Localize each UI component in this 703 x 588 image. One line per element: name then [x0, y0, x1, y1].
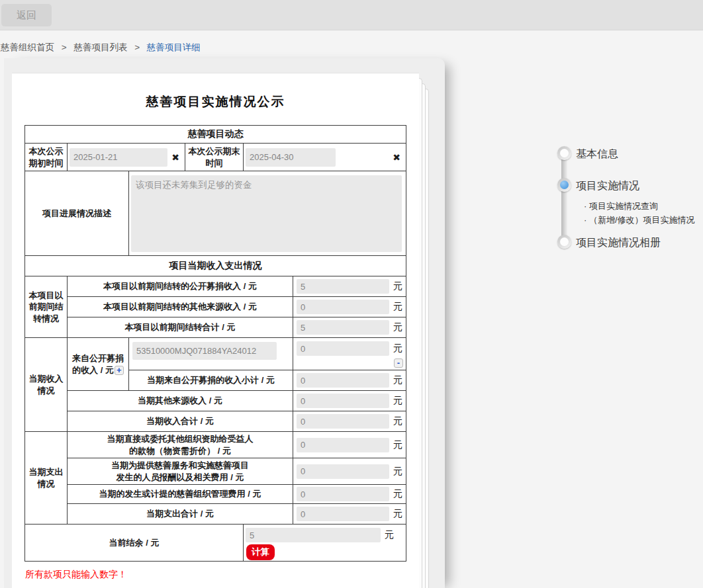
- expense-beneficiary-label-line1: 当期直接或委托其他组织资助给受益人: [70, 433, 291, 445]
- period-end-input[interactable]: 2025-04-30: [246, 148, 336, 167]
- paper-card: 慈善项目实施情况公示 慈善项目动态 本次公示期初时间 2025-01-21 ✖: [12, 73, 419, 588]
- unit-yuan: 元: [393, 488, 402, 500]
- period-end-cell: 2025-04-30 ✖: [243, 144, 406, 171]
- carryover-other-cell: 0 元: [293, 297, 406, 317]
- calculate-button[interactable]: 计算: [246, 544, 275, 560]
- other-income-cell: 0 元: [293, 391, 406, 411]
- page-title: 慈善项目实施情况公示: [12, 73, 419, 125]
- group-label-expense: 当期支出情况: [24, 432, 67, 525]
- step-implementation[interactable]: 项目实施情况: [576, 179, 639, 193]
- breadcrumb: 慈善组织首页 > 慈善项目列表 > 慈善项目详细: [1, 42, 201, 54]
- carryover-total-input[interactable]: 5: [297, 320, 389, 335]
- clear-start-date-icon[interactable]: ✖: [171, 152, 179, 163]
- progress-desc-label: 项目进展情况描述: [24, 171, 128, 256]
- expense-beneficiary-input[interactable]: 0: [297, 438, 389, 452]
- unit-yuan: 元: [393, 343, 402, 355]
- breadcrumb-org-home[interactable]: 慈善组织首页: [1, 42, 54, 52]
- balance-input[interactable]: 5: [246, 528, 381, 542]
- expense-personnel-label-line1: 当期为提供慈善服务和实施慈善项目: [70, 460, 291, 472]
- expense-personnel-label-line2: 发生的人员报酬以及相关费用 / 元: [70, 472, 291, 483]
- add-row-icon[interactable]: +: [115, 366, 124, 375]
- unit-yuan: 元: [385, 529, 394, 541]
- balance-cell: 5 元 计算: [243, 525, 406, 562]
- carryover-total-cell: 5 元: [293, 317, 406, 338]
- remove-row-icon[interactable]: -: [394, 358, 403, 368]
- group-label-carryover: 本项目以前期间结转情况: [24, 276, 67, 338]
- income-total-cell: 0 元: [293, 411, 406, 432]
- progress-desc-cell: 该项目还未筹集到足够的资金: [128, 171, 406, 256]
- expense-beneficiary-label-line2: 的款物（物资需折价） / 元: [70, 445, 291, 457]
- carryover-public-cell: 5 元: [293, 276, 406, 297]
- breadcrumb-project-detail[interactable]: 慈善项目详细: [147, 42, 201, 52]
- unit-yuan: 元: [393, 374, 402, 386]
- carryover-total-label: 本项目以前期间结转合计 / 元: [67, 317, 293, 338]
- expense-management-cell: 0 元: [293, 485, 406, 504]
- unit-yuan: 元: [393, 301, 402, 313]
- period-end-label: 本次公示期末时间: [185, 144, 243, 171]
- unit-yuan: 元: [393, 508, 402, 520]
- public-income-subtotal-cell: 0 元: [293, 370, 406, 391]
- step-track: [561, 151, 567, 244]
- section-title-project-dynamics: 慈善项目动态: [24, 126, 406, 144]
- clear-end-date-icon[interactable]: ✖: [393, 152, 400, 163]
- other-income-label: 当期其他来源收入 / 元: [67, 391, 293, 411]
- income-total-label: 当期收入合计 / 元: [67, 411, 293, 432]
- unit-yuan: 元: [393, 466, 402, 478]
- public-donation-amount-input[interactable]: 0: [297, 341, 389, 356]
- topbar: 返回: [0, 0, 703, 30]
- carryover-other-input[interactable]: 0: [297, 300, 389, 314]
- unit-yuan: 元: [393, 280, 402, 292]
- credential-code-cell: 53510000MJQ071884YA24012: [128, 338, 293, 370]
- breadcrumb-separator: >: [134, 42, 140, 52]
- carryover-public-label: 本项目以前期间结转的公开募捐收入 / 元: [67, 276, 293, 297]
- unit-yuan: 元: [393, 439, 402, 451]
- publicity-form-table: 慈善项目动态 本次公示期初时间 2025-01-21 ✖ 本次公示期末时间 20…: [24, 125, 406, 562]
- numeric-warning: 所有款项只能输入数字！: [25, 569, 419, 581]
- unit-yuan: 元: [393, 321, 402, 333]
- period-start-cell: 2025-01-21 ✖: [67, 144, 185, 171]
- section-title-income-expense: 项目当期收入支出情况: [24, 256, 406, 276]
- expense-personnel-label: 当期为提供慈善服务和实施慈善项目 发生的人员报酬以及相关费用 / 元: [67, 458, 293, 485]
- expense-total-cell: 0 元: [293, 504, 406, 525]
- step-basic-info[interactable]: 基本信息: [576, 147, 618, 161]
- expense-total-input[interactable]: 0: [297, 507, 389, 521]
- expense-beneficiary-label: 当期直接或委托其他组织资助给受益人 的款物（物资需折价） / 元: [67, 432, 293, 458]
- unit-yuan: 元: [393, 395, 402, 407]
- step-dot-basic-info[interactable]: [557, 146, 571, 160]
- expense-beneficiary-cell: 0 元: [293, 432, 406, 458]
- other-income-input[interactable]: 0: [297, 394, 389, 408]
- expense-personnel-cell: 0 元: [293, 458, 406, 485]
- unit-yuan: 元: [393, 415, 402, 427]
- expense-management-input[interactable]: 0: [297, 487, 389, 501]
- period-start-input[interactable]: 2025-01-21: [70, 148, 167, 167]
- breadcrumb-project-list[interactable]: 慈善项目列表: [73, 42, 127, 52]
- income-total-input[interactable]: 0: [297, 414, 389, 429]
- step-sidebar: 基本信息 项目实施情况 · 项目实施情况查询 · （新增/修改）项目实施情况 项…: [557, 146, 703, 265]
- public-income-subtotal-label: 当期来自公开募捐的收入小计 / 元: [128, 370, 293, 391]
- step-dot-implementation-active[interactable]: [557, 178, 571, 192]
- step-dot-album[interactable]: [557, 235, 571, 249]
- back-button[interactable]: 返回: [1, 4, 52, 26]
- expense-personnel-input[interactable]: 0: [297, 464, 389, 479]
- balance-label: 当前结余 / 元: [24, 525, 243, 562]
- breadcrumb-separator: >: [62, 42, 67, 52]
- group-label-income: 当期收入情况: [24, 338, 67, 432]
- substep-implementation-query[interactable]: · 项目实施情况查询: [584, 200, 658, 212]
- step-implementation-album[interactable]: 项目实施情况相册: [576, 236, 661, 250]
- carryover-public-input[interactable]: 5: [297, 279, 389, 294]
- carryover-other-label: 本项目以前期间结转的其他来源收入 / 元: [67, 297, 293, 317]
- public-income-subtotal-input[interactable]: 0: [297, 373, 389, 388]
- substep-implementation-edit[interactable]: · （新增/修改）项目实施情况: [584, 214, 695, 226]
- expense-management-label: 当期的发生或计提的慈善组织管理费用 / 元: [67, 485, 293, 504]
- expense-total-label: 当期支出合计 / 元: [67, 504, 293, 525]
- progress-desc-textarea[interactable]: 该项目还未筹集到足够的资金: [131, 175, 402, 252]
- credential-code-input[interactable]: 53510000MJQ071884YA24012: [132, 342, 277, 360]
- period-start-label: 本次公示期初时间: [24, 144, 67, 171]
- public-donation-amount-cell: 0 元 -: [293, 338, 406, 370]
- content-panel: 慈善项目实施情况公示 慈善项目动态 本次公示期初时间 2025-01-21 ✖: [4, 58, 445, 588]
- public-donation-label: 来自公开募捐的收入 / 元+: [67, 338, 128, 391]
